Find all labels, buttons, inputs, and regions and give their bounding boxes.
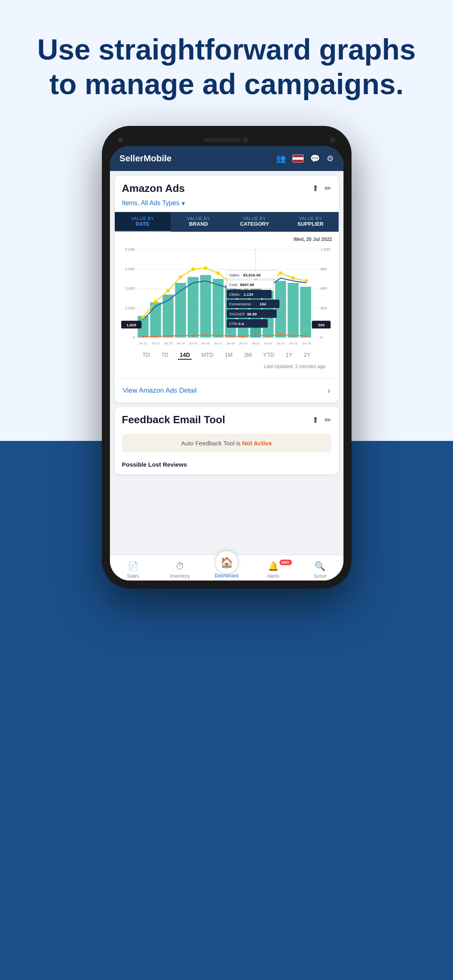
svg-rect-50 [191,268,194,271]
nav-dashboard[interactable]: 🏠 Dashboard [203,559,250,579]
value-tabs: VALUE BY DATE VALUE BY BRAND VALUE BY CA… [115,212,339,232]
app-logo: SellerMobile [120,153,172,164]
svg-rect-46 [141,315,145,319]
time-tab-2y[interactable]: 2Y [302,351,312,360]
time-tab-td[interactable]: TD [141,351,152,360]
svg-text:$8.89: $8.89 [247,311,257,316]
camera-dot-1 [330,137,335,143]
svg-text:Jul 24: Jul 24 [302,342,310,345]
svg-point-33 [154,335,157,338]
chart-svg: 5,000 4,000 3,000 2,000 1,000 0 1,000 80… [121,244,332,345]
svg-text:164: 164 [259,302,266,306]
svg-text:Conversions:: Conversions: [229,302,252,306]
alerts-icon: 🔔 [268,561,279,572]
chevron-down-icon: ▾ [182,200,185,207]
camera-left [118,138,123,142]
nav-sales[interactable]: 📄 Sales [110,559,157,579]
filter-row: Items, All Ads Types ▾ [115,198,339,212]
edit-icon[interactable]: ✏ [325,183,331,193]
tab-supplier[interactable]: VALUE BY SUPPLIER [283,212,339,232]
svg-text:Jul 13: Jul 13 [164,342,172,345]
svg-text:5,000: 5,000 [125,247,135,251]
time-range-tabs: TD 7D 14D MTD 1M 3M YTD 1Y 2Y [121,347,332,362]
svg-text:1,133: 1,133 [243,292,253,296]
svg-rect-31 [300,287,311,338]
time-tab-mtd[interactable]: MTD [200,351,215,360]
view-detail-link[interactable]: View Amazon Ads Detail › [115,378,339,402]
amazon-ads-title: Amazon Ads [122,182,185,195]
hero-section: Use straightforward graphs to manage ad … [0,0,453,118]
chevron-right-icon: › [328,386,331,395]
settings-icon[interactable]: ⚙ [327,154,334,163]
svg-text:Jul 23: Jul 23 [289,342,297,345]
svg-text:TACOST:: TACOST: [229,311,245,316]
svg-text:0.4: 0.4 [238,321,244,326]
feedback-notice: Auto Feedback Tool is Not Active [122,434,331,452]
feedback-edit-icon[interactable]: ✏ [325,415,331,425]
tab-category[interactable]: VALUE BY CATEGORY [227,212,283,232]
nav-scout[interactable]: 🔍 Scout [297,559,343,579]
svg-text:Jul 21: Jul 21 [264,342,272,345]
tab-brand[interactable]: VALUE BY BRAND [171,212,227,232]
svg-text:$687.99: $687.99 [240,282,254,287]
screen-content: Amazon Ads ⬆ ✏ Items, All Ads Types ▾ [110,171,343,555]
time-tab-14d[interactable]: 14D [178,351,192,360]
tab-date[interactable]: VALUE BY DATE [115,212,171,232]
svg-text:1,000: 1,000 [320,247,330,251]
svg-point-35 [179,334,182,337]
feedback-tool-card: Feedback Email Tool ⬆ ✏ Auto Feedback To… [115,407,339,474]
feedback-status: Not Active [242,440,272,447]
chart-container: 5,000 4,000 3,000 2,000 1,000 0 1,000 80… [121,244,332,347]
nav-inventory-label: Inventory [170,573,190,579]
tab-category-top: VALUE BY [228,216,281,221]
svg-text:Jul 15: Jul 15 [189,342,197,345]
phone-screen: SellerMobile 👥 💬 ⚙ Amazon Ads ⬆ ✏ [110,146,343,581]
svg-rect-24 [213,279,223,338]
chart-tooltip-date: Wed, 20 Jul 2022 [121,237,332,242]
time-tab-1y[interactable]: 1Y [284,351,294,360]
bottom-nav: 📄 Sales ⏱ Inventory 🏠 Dashboard 🔔 999+ [110,555,343,581]
chart-area: Wed, 20 Jul 2022 5,000 4,000 3,000 2,000… [115,232,339,378]
svg-text:326: 326 [318,323,325,327]
svg-text:Jul 12: Jul 12 [151,342,160,345]
inventory-icon: ⏱ [176,561,184,572]
svg-text:Jul 17: Jul 17 [214,342,222,345]
svg-rect-57 [279,272,282,275]
svg-point-39 [229,335,232,337]
time-tab-ytd[interactable]: YTD [261,351,276,360]
filter-button[interactable]: Items, All Ads Types ▾ [122,200,185,207]
svg-rect-22 [187,277,198,337]
svg-rect-29 [275,281,286,338]
svg-text:Cost:: Cost: [229,282,238,287]
sales-icon: 📄 [128,561,139,572]
feedback-share-icon[interactable]: ⬆ [312,415,319,425]
time-tab-1m[interactable]: 1M [223,351,234,360]
svg-text:4,000: 4,000 [125,267,135,271]
app-header: SellerMobile 👥 💬 ⚙ [110,146,343,171]
svg-point-40 [242,335,244,338]
svg-rect-59 [305,279,308,282]
speaker [204,138,240,142]
tab-category-bottom: CATEGORY [228,221,281,227]
feedback-notice-prefix: Auto Feedback Tool is [181,440,242,447]
time-tab-3m[interactable]: 3M [242,351,253,360]
flag-icon[interactable] [292,154,304,163]
scout-icon: 🔍 [314,561,325,572]
camera-right [330,137,335,143]
time-tab-7d[interactable]: 7D [159,351,170,360]
chat-icon[interactable]: 💬 [310,154,320,163]
tab-date-bottom: DATE [116,221,169,227]
tab-date-top: VALUE BY [116,216,169,221]
share-icon[interactable]: ⬆ [312,183,319,193]
svg-text:2,000: 2,000 [125,306,135,310]
team-icon[interactable]: 👥 [276,154,286,163]
svg-rect-23 [200,275,211,337]
notch [204,137,248,143]
tab-supplier-top: VALUE BY [284,216,337,221]
nav-inventory[interactable]: ⏱ Inventory [157,559,203,579]
svg-text:600: 600 [320,286,327,290]
svg-point-37 [204,334,207,336]
nav-alerts[interactable]: 🔔 999+ Alerts [250,559,297,579]
svg-point-32 [142,336,144,338]
svg-rect-49 [179,275,182,278]
